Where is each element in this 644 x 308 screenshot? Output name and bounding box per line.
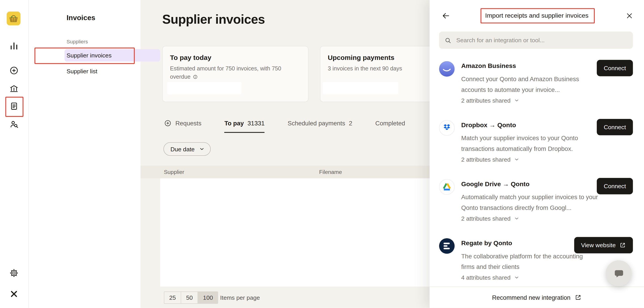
panel-footer: Recommend new integration: [430, 287, 644, 308]
rail-item-bank-accounts[interactable]: [9, 83, 20, 94]
invoice-document-icon: [9, 101, 19, 111]
page-size-25[interactable]: 25: [164, 292, 181, 303]
connect-button[interactable]: Connect: [597, 60, 633, 76]
integration-row-dropbox: Dropbox → Qonto Connect Match your suppl…: [439, 118, 633, 177]
qonto-x-logo-icon: [10, 290, 18, 298]
rail-item-analytics[interactable]: [9, 41, 20, 51]
info-icon[interactable]: [192, 74, 198, 80]
page-size-50[interactable]: 50: [181, 292, 198, 303]
bank-icon: [9, 84, 19, 93]
chevron-down-icon: [514, 216, 520, 221]
attributes-shared-toggle[interactable]: 2 attributes shared: [461, 215, 520, 222]
page-size-100[interactable]: 100: [198, 292, 218, 303]
chevron-down-icon: [514, 98, 520, 104]
sidebar-title: Invoices: [66, 14, 95, 22]
tab-to-pay[interactable]: To pay 31331: [224, 113, 265, 133]
sidebar-item-label: Supplier invoices: [66, 52, 112, 59]
dropbox-logo-icon: [439, 120, 455, 136]
search-icon: [444, 37, 452, 44]
invoice-tabs: Requests To pay 31331 Scheduled payments…: [164, 113, 405, 133]
sidebar-item-supplier-invoices[interactable]: Supplier invoices: [64, 49, 160, 61]
tab-count: 2: [349, 120, 352, 127]
app-window: Invoices Suppliers Supplier invoices Sup…: [0, 0, 644, 308]
amount-placeholder: [167, 82, 242, 94]
column-filename: Filename: [319, 166, 342, 178]
import-integrations-panel: Import receipts and supplier invoices Am…: [430, 0, 644, 308]
integration-row-regate: Regate by Qonto View website The collabo…: [439, 236, 633, 295]
tab-requests[interactable]: Requests: [164, 113, 202, 133]
rail-item-settings[interactable]: [9, 268, 20, 279]
integration-search[interactable]: [439, 31, 633, 49]
amazon-business-logo-icon: [439, 61, 455, 77]
card-title: To pay today: [170, 54, 308, 61]
rail-item-invoices[interactable]: [9, 101, 20, 112]
sidebar-item-label: Supplier list: [66, 68, 97, 74]
due-date-filter[interactable]: Due date: [164, 142, 211, 156]
integration-name: Google Drive → Qonto: [461, 180, 530, 188]
rail-item-qonto-logo[interactable]: [9, 289, 20, 299]
plus-circle-icon: [164, 119, 172, 127]
sidebar-section-label: Suppliers: [66, 39, 88, 45]
page-title: Supplier invoices: [162, 12, 265, 27]
to-pay-today-card: To pay today Estimated amount for 750 in…: [162, 46, 308, 102]
workspace-logo[interactable]: [6, 11, 20, 25]
gear-icon: [9, 268, 19, 278]
rail-item-agents[interactable]: [9, 119, 20, 130]
card-subtitle: Estimated amount for 750 invoices, with …: [170, 65, 290, 81]
attributes-shared-toggle[interactable]: 2 attributes shared: [461, 156, 520, 163]
amount-placeholder: [323, 82, 398, 94]
external-link-icon: [619, 242, 626, 248]
integration-name: Dropbox → Qonto: [461, 121, 516, 129]
rail-item-transactions[interactable]: [9, 65, 20, 76]
integration-description: The collaborative platform for the accou…: [461, 251, 584, 272]
items-per-page-label: Items per page: [220, 292, 260, 304]
person-search-icon: [9, 119, 19, 129]
chevron-down-icon: [514, 157, 520, 162]
integration-row-google-drive: Google Drive → Qonto Connect Automatical…: [439, 177, 633, 236]
integration-name: Regate by Qonto: [461, 239, 512, 247]
regate-logo-icon: [439, 238, 455, 254]
chat-launcher-button[interactable]: [606, 260, 632, 286]
integration-description: Automatically match your supplier invoic…: [461, 192, 600, 213]
chat-bubble-icon: [613, 267, 625, 279]
integration-row-amazon-business: Amazon Business Connect Connect your Qon…: [439, 59, 633, 118]
bar-chart-icon: [9, 41, 19, 51]
integration-list: Amazon Business Connect Connect your Qon…: [439, 59, 633, 295]
integration-name: Amazon Business: [461, 62, 516, 70]
panel-title: Import receipts and supplier invoices: [430, 12, 644, 19]
chevron-down-icon: [198, 146, 205, 152]
tab-completed[interactable]: Completed: [375, 113, 405, 133]
connect-button[interactable]: Connect: [597, 178, 633, 194]
sidebar-item-supplier-list[interactable]: Supplier list: [64, 65, 160, 78]
invoices-sidebar: Invoices Suppliers Supplier invoices Sup…: [28, 0, 140, 308]
attributes-shared-toggle[interactable]: 4 attributes shared: [461, 274, 520, 281]
chevron-down-icon: [514, 275, 520, 281]
recommend-integration-link[interactable]: Recommend new integration: [492, 294, 582, 301]
basket-logo-icon: [6, 11, 20, 25]
tab-scheduled-payments[interactable]: Scheduled payments 2: [288, 113, 352, 133]
integration-description: Connect your Qonto and Amazon Business a…: [461, 74, 593, 95]
coin-plus-icon: [9, 65, 19, 75]
integration-description: Match your supplier invoices to your Qon…: [461, 133, 594, 154]
tab-count: 31331: [248, 120, 265, 127]
connect-button[interactable]: Connect: [597, 119, 633, 135]
icon-rail: [0, 0, 29, 308]
external-link-icon: [574, 294, 582, 301]
column-supplier: Supplier: [164, 166, 184, 178]
items-per-page-selector: 25 50 100: [164, 292, 218, 304]
google-drive-logo-icon: [439, 179, 455, 195]
search-input[interactable]: [456, 36, 633, 44]
attributes-shared-toggle[interactable]: 2 attributes shared: [461, 97, 520, 104]
